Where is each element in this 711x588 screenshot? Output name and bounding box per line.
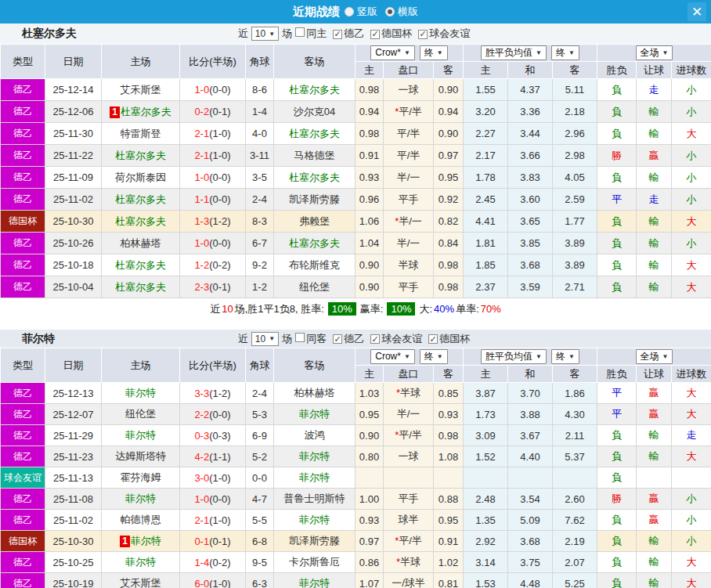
europe-odds-dropdowns-0-label: 胜平负均值 bbox=[485, 350, 532, 363]
result-goals: 小 bbox=[672, 145, 711, 167]
ah-away-odds: 0.90 bbox=[434, 123, 464, 145]
home-team-cell: 达姆斯塔特 bbox=[102, 446, 180, 467]
fulltime-score: 1-0 bbox=[194, 493, 209, 505]
sub-header-8: 进球数 bbox=[672, 62, 711, 79]
league-checkbox-0-label: 德乙 bbox=[344, 333, 364, 345]
league-checkbox-2[interactable]: ✓德国杯 bbox=[428, 332, 473, 346]
euro-home-odds: 2.92 bbox=[464, 531, 508, 552]
radio-horizontal-layout[interactable]: 横版 bbox=[385, 5, 418, 19]
ah-line: *半球 bbox=[384, 552, 434, 573]
euro-draw-odds: 3.70 bbox=[508, 383, 553, 404]
home-team-cell: 杜塞尔多夫 bbox=[102, 276, 180, 298]
euro-draw-odds bbox=[508, 467, 553, 489]
score-cell: 1-4(0-2) bbox=[180, 552, 246, 573]
asian-handicap-dropdowns-1[interactable]: 终▼ bbox=[420, 45, 448, 60]
corner-cell: 8-6 bbox=[246, 79, 274, 101]
euro-home-odds: 3.09 bbox=[464, 425, 508, 446]
same-side-checkbox[interactable]: 同主 bbox=[295, 27, 330, 41]
result-handicap: 輸 bbox=[637, 123, 672, 145]
table-row: 德乙25-11-02帕德博恩2-1(1-0)5-5菲尔特0.93球半0.951.… bbox=[1, 510, 711, 531]
europe-odds-dropdowns-0[interactable]: 胜平负均值▼ bbox=[481, 349, 547, 364]
result-goals: 大 bbox=[672, 404, 711, 425]
corner-cell: 0-0 bbox=[246, 467, 274, 489]
home-team-cell: 1菲尔特 bbox=[102, 531, 180, 552]
halftime-score: (0-2) bbox=[209, 259, 230, 271]
column-header-1: 日期 bbox=[45, 348, 102, 383]
match-type-badge: 德国杯 bbox=[1, 531, 45, 552]
euro-home-odds: 4.41 bbox=[464, 211, 508, 233]
euro-draw-odds: 3.66 bbox=[508, 145, 553, 167]
halftime-score: (0-0) bbox=[209, 84, 230, 96]
match-count-select[interactable]: 10▼ bbox=[251, 27, 279, 41]
away-team-name: 波鸿 bbox=[305, 429, 325, 441]
result-wdl: 負 bbox=[597, 446, 637, 467]
result-goals: 大 bbox=[672, 552, 711, 573]
league-checkbox-1[interactable]: ✓球会友谊 bbox=[370, 332, 425, 346]
close-icon[interactable]: ✕ bbox=[688, 2, 706, 21]
date-cell: 25-11-02 bbox=[45, 189, 102, 211]
league-checkbox-0[interactable]: ✓德乙 bbox=[333, 332, 367, 346]
halftime-score: (1-2) bbox=[209, 388, 230, 399]
home-team-name: 柏林赫塔 bbox=[121, 237, 161, 249]
euro-away-odds: 2.98 bbox=[553, 145, 597, 167]
europe-odds-dropdowns-0[interactable]: 胜平负均值▼ bbox=[481, 45, 547, 60]
score-cell: 0-2(0-1) bbox=[180, 101, 246, 123]
halftime-score: (1-0) bbox=[209, 150, 230, 161]
away-team-name: 菲尔特 bbox=[299, 514, 330, 525]
asian-handicap-dropdowns: Crow*▼终▼ bbox=[356, 45, 464, 62]
date-cell: 25-10-19 bbox=[45, 573, 102, 588]
asian-handicap-dropdowns-1[interactable]: 终▼ bbox=[420, 349, 448, 364]
away-team-cell: 凯泽斯劳滕 bbox=[274, 189, 356, 211]
ah-away-odds: 1.08 bbox=[434, 446, 464, 467]
sub-header-0: 主 bbox=[356, 366, 384, 383]
match-type-badge: 德乙 bbox=[1, 167, 45, 189]
match-type-badge: 德乙 bbox=[1, 254, 45, 276]
result-wdl: 勝 bbox=[597, 489, 637, 510]
league-checkbox-0[interactable]: ✓德乙 bbox=[333, 27, 367, 41]
ah-away-odds: 0.81 bbox=[434, 573, 464, 588]
europe-odds-dropdowns-1[interactable]: 终▼ bbox=[551, 45, 579, 60]
away-team-name: 弗赖堡 bbox=[299, 215, 330, 227]
result-wdl: 負 bbox=[597, 573, 637, 588]
home-team-name: 杜塞尔多夫 bbox=[115, 215, 166, 227]
same-side-checkbox[interactable]: 同客 bbox=[295, 332, 330, 346]
result-handicap: 走 bbox=[637, 189, 672, 211]
asian-handicap-dropdowns-0[interactable]: Crow*▼ bbox=[370, 45, 415, 60]
league-checkbox-2[interactable]: ✓球会友谊 bbox=[418, 27, 473, 41]
corner-cell: 8-3 bbox=[246, 211, 274, 233]
home-team-cell: 特雷斯登 bbox=[102, 123, 180, 145]
home-team-name: 杜塞尔多夫 bbox=[115, 259, 166, 271]
home-team-cell: 柏林赫塔 bbox=[102, 233, 180, 254]
euro-away-odds: 2.96 bbox=[553, 123, 597, 145]
league-checkbox-1[interactable]: ✓德国杯 bbox=[370, 27, 415, 41]
radio-vertical-layout[interactable]: 竖版 bbox=[345, 5, 377, 19]
ah-away-odds bbox=[434, 467, 464, 489]
match-count-select[interactable]: 10▼ bbox=[251, 332, 279, 346]
match-type-badge: 德乙 bbox=[1, 573, 45, 588]
home-team-name: 帕德博恩 bbox=[121, 514, 161, 525]
score-cell: 2-1(1-0) bbox=[180, 510, 246, 531]
fulltime-score: 2-3 bbox=[194, 281, 209, 293]
table-row: 德乙25-12-13菲尔特3-3(1-2)2-4柏林赫塔1.03*半球0.853… bbox=[1, 383, 711, 404]
ah-line: 一/球半 bbox=[384, 573, 434, 588]
away-team-name: 菲尔特 bbox=[299, 577, 330, 588]
europe-odds-dropdowns-1[interactable]: 终▼ bbox=[551, 349, 579, 364]
summary-text: 场,胜1平1负8, 胜率: bbox=[235, 302, 324, 316]
home-team-cell: 帕德博恩 bbox=[102, 510, 180, 531]
ah-line-text: 平/半 bbox=[399, 535, 422, 547]
halftime-score: (0-1) bbox=[209, 536, 230, 547]
column-header-3: 比分(半场) bbox=[180, 45, 246, 79]
result-goals: 小 bbox=[672, 101, 711, 123]
table-row: 德乙25-11-09荷尔斯泰因1-0(0-0)3-5杜塞尔多夫0.93半/一0.… bbox=[1, 167, 711, 189]
sub-header-4: 和 bbox=[508, 366, 553, 383]
ah-away-odds: 0.94 bbox=[434, 101, 464, 123]
result-dropdowns-0[interactable]: 全场▼ bbox=[636, 349, 673, 364]
asian-handicap-dropdowns-0[interactable]: Crow*▼ bbox=[370, 349, 415, 364]
match-type-badge: 德乙 bbox=[1, 489, 45, 510]
result-dropdowns-0[interactable]: 全场▼ bbox=[636, 45, 673, 60]
score-cell: 6-0(1-0) bbox=[180, 573, 246, 588]
result-goals: 大 bbox=[672, 254, 711, 276]
sub-header-1: 盘口 bbox=[384, 62, 434, 79]
ah-away-odds: 0.93 bbox=[434, 404, 464, 425]
ah-away-odds: 0.98 bbox=[434, 425, 464, 446]
